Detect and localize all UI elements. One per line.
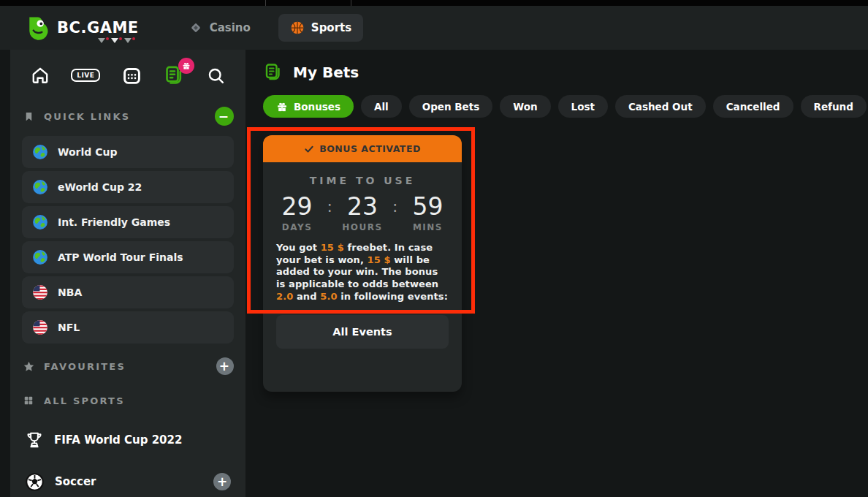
hours-value: 23 <box>342 192 383 221</box>
pennant-flags-icon <box>95 37 137 45</box>
countdown-days: 29 DAYS <box>277 192 318 232</box>
cards-icon <box>189 20 203 35</box>
basketball-icon <box>290 20 305 35</box>
bonus-notification-badge <box>178 58 194 74</box>
brand-text: BC.GAME <box>57 19 139 37</box>
hours-label: HOURS <box>342 222 383 232</box>
tab-divider <box>351 0 351 6</box>
tab-casino-label: Casino <box>210 21 251 34</box>
live-icon: LIVE <box>71 69 100 82</box>
home-icon <box>31 66 50 85</box>
bonus-description: You got 15 $ freebet. In case your bet i… <box>276 242 449 303</box>
mins-label: MINS <box>407 222 448 232</box>
bonus-status-text: BONUS ACTIVATED <box>319 143 421 154</box>
all-sports-title: ALL SPORTS <box>44 395 125 406</box>
sidebar-item-label: NBA <box>58 287 82 298</box>
sidebar-item-world-cup[interactable]: World Cup <box>22 136 234 168</box>
collapse-quick-links-button[interactable]: − <box>215 107 234 126</box>
sidebar-item-eworld-cup-22[interactable]: eWorld Cup 22 <box>22 171 234 203</box>
mins-value: 59 <box>407 192 448 221</box>
calendar-icon <box>122 66 142 86</box>
sidebar-item-label: Int. Friendly Games <box>58 216 170 228</box>
live-events-button[interactable]: LIVE <box>71 69 100 82</box>
browser-chrome-strip <box>0 0 868 6</box>
globe-icon <box>32 179 48 195</box>
page-title-row: My Bets <box>263 61 868 83</box>
check-icon <box>304 144 314 154</box>
bonus-countdown: 29 DAYS : 23 HOURS : 59 MINS <box>263 192 462 232</box>
desc-amount: 15 $ <box>321 242 344 253</box>
sidebar-item-nfl[interactable]: NFL <box>22 311 234 344</box>
countdown-mins: 59 MINS <box>407 192 448 232</box>
quick-links-list: World Cup eWorld Cup 22 Int. Friendly Ga… <box>22 136 234 344</box>
filter-label: Open Bets <box>422 101 480 113</box>
sidebar-item-label: ATP World Tour Finals <box>58 251 183 263</box>
sidebar-item-int-friendly-games[interactable]: Int. Friendly Games <box>22 206 234 238</box>
filter-label: All <box>374 101 389 113</box>
filter-lost[interactable]: Lost <box>558 95 608 118</box>
sidebar-item-soccer[interactable]: Soccer + <box>22 471 234 493</box>
gift-icon <box>182 61 191 70</box>
filter-label: Cashed Out <box>628 101 693 113</box>
desc-amount: 15 $ <box>368 254 391 265</box>
quick-links-title: QUICK LINKS <box>44 111 130 122</box>
countdown-separator: : <box>327 192 332 221</box>
filter-won[interactable]: Won <box>500 95 550 118</box>
filter-open-bets[interactable]: Open Bets <box>409 95 493 118</box>
globe-icon <box>32 249 48 265</box>
gift-icon <box>276 101 288 113</box>
expand-soccer-button[interactable]: + <box>213 473 231 490</box>
days-value: 29 <box>277 192 318 221</box>
grid-icon <box>23 395 34 406</box>
filter-all[interactable]: All <box>361 95 402 118</box>
sidebar-item-fifa-world-cup-2022[interactable]: FIFA World Cup 2022 <box>22 429 234 451</box>
desc-odds-max: 5.0 <box>320 291 337 302</box>
globe-icon <box>32 144 48 160</box>
sidebar-item-nba[interactable]: NBA <box>22 276 234 308</box>
filter-cashed-out[interactable]: Cashed Out <box>615 95 706 118</box>
bet-filter-chips: Bonuses All Open Bets Won Lost Cashed Ou… <box>263 95 868 118</box>
filter-bonuses[interactable]: Bonuses <box>263 95 354 118</box>
my-bets-button[interactable] <box>163 64 186 87</box>
filter-label: Cancelled <box>726 101 780 113</box>
days-label: DAYS <box>277 222 318 232</box>
bookmark-icon <box>23 110 34 123</box>
sidebar-item-label: Soccer <box>55 475 96 488</box>
search-button[interactable] <box>207 67 225 85</box>
sidebar-item-label: World Cup <box>58 146 117 158</box>
schedule-button[interactable] <box>122 66 142 86</box>
desc-text: You got <box>276 242 321 253</box>
countdown-separator: : <box>392 192 397 221</box>
countdown-hours: 23 HOURS <box>342 192 383 232</box>
bonus-card: BONUS ACTIVATED TIME TO USE 29 DAYS : 23… <box>263 135 462 392</box>
add-favourite-button[interactable]: + <box>216 357 234 375</box>
page-title: My Bets <box>293 64 359 81</box>
all-events-button[interactable]: All Events <box>276 315 449 349</box>
bcgame-logo-icon <box>25 15 51 41</box>
bcgame-logo[interactable]: BC.GAME <box>25 15 139 41</box>
star-icon <box>23 360 35 373</box>
tab-divider <box>265 0 266 6</box>
sidebar-item-atp-world-tour-finals[interactable]: ATP World Tour Finals <box>22 241 234 273</box>
tab-sports[interactable]: Sports <box>278 14 363 42</box>
sidebar-icon-row: LIVE <box>22 61 234 89</box>
us-flag-icon <box>32 284 48 300</box>
filter-label: Won <box>513 101 537 113</box>
filter-label: Refund <box>814 101 853 113</box>
tab-casino[interactable]: Casino <box>177 14 262 42</box>
sidebar-item-label: NFL <box>58 322 80 333</box>
sidebar-item-label: eWorld Cup 22 <box>58 181 142 193</box>
home-button[interactable] <box>31 66 50 85</box>
filter-cancelled[interactable]: Cancelled <box>713 95 793 118</box>
site-header: BC.GAME Casino Sports <box>0 6 868 50</box>
filter-refund[interactable]: Refund <box>801 95 867 118</box>
timer-title: TIME TO USE <box>263 175 462 186</box>
sidebar-item-label: FIFA World Cup 2022 <box>54 433 182 447</box>
sidebar: LIVE <box>10 50 245 497</box>
filter-label: Lost <box>571 101 595 113</box>
trophy-icon <box>25 430 44 449</box>
desc-odds-min: 2.0 <box>276 291 293 302</box>
favourites-title: FAVOURITES <box>44 361 126 372</box>
filter-label: Bonuses <box>294 101 340 113</box>
favourites-header: FAVOURITES + <box>22 357 234 376</box>
